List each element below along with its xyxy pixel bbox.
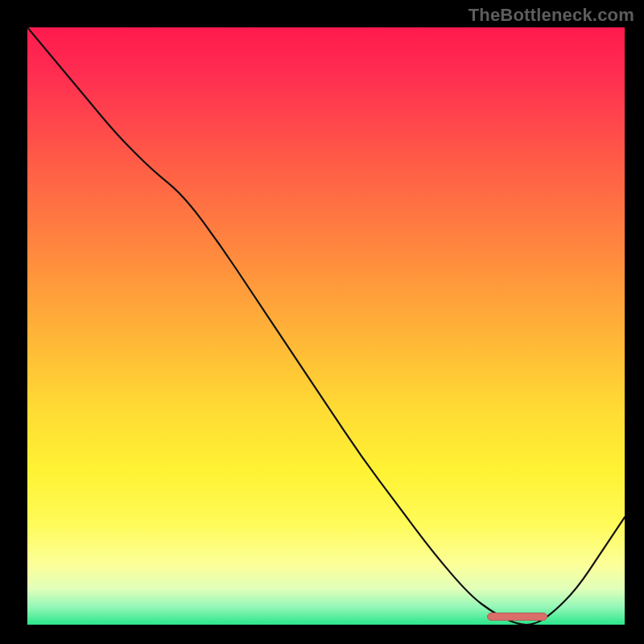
watermark-text: TheBottleneck.com bbox=[469, 5, 634, 26]
bottleneck-curve bbox=[27, 27, 625, 625]
curve-path bbox=[27, 27, 625, 625]
chart-container: TheBottleneck.com bbox=[0, 0, 644, 644]
optimum-range-marker bbox=[487, 613, 547, 621]
plot-area bbox=[27, 27, 625, 625]
